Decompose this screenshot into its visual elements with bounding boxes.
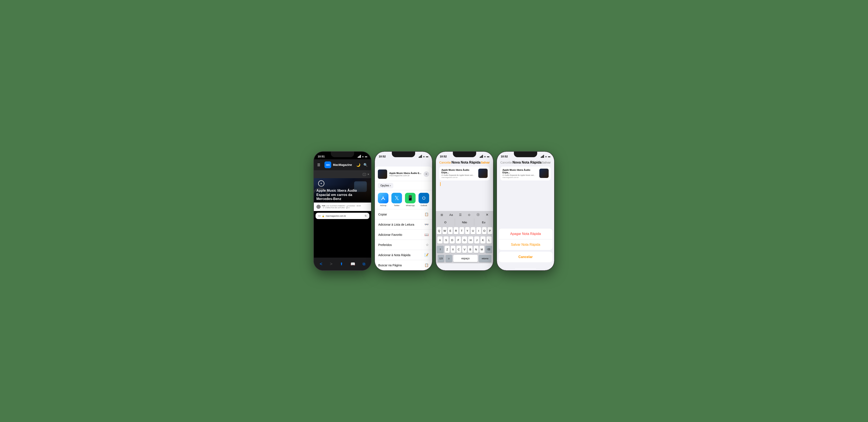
pred-word-1[interactable]: Não [455,219,474,226]
twitter-label: Twitter [394,204,400,206]
battery-2: ▬ [426,155,428,158]
key-J[interactable]: J [474,236,479,244]
quick-note-title-4: Nova Nota Rápida [513,161,541,164]
key-Y[interactable]: Y [465,227,470,234]
key-I[interactable]: I [476,227,481,234]
kb-row-3: ⇧ Z X C V B N M ⌫ [436,245,493,254]
phone-4: 10:52 ▲ ▬ Cancelar Nova Nota Rápida Salv… [497,152,554,270]
key-R[interactable]: R [454,227,458,234]
key-H[interactable]: H [468,236,473,244]
status-icons-1: ▲ ▬ [358,155,367,158]
article-meta: POR LUIZ GUSTAVO RIBEIRO · 17/10/2022 · … [314,202,371,211]
key-L[interactable]: L [487,236,492,244]
share-app-whatsapp[interactable]: 📱 WhatsApp [405,193,415,206]
key-return[interactable]: retorno [479,255,491,262]
key-Q[interactable]: Q [437,227,441,234]
action-sheet-4: Apagar Nota Rápida Salvar Nota Rápida Ca… [497,229,554,270]
delete-quick-note-button[interactable]: Apagar Nota Rápida [499,229,553,239]
signal-2 [419,155,422,158]
share-app-twitter[interactable]: 𝕏 Twitter [392,193,402,206]
key-Z[interactable]: Z [445,246,450,253]
key-P[interactable]: P [488,227,492,234]
key-emoji[interactable]: ☺ [445,255,452,262]
key-S[interactable]: S [443,236,448,244]
options-button[interactable]: Opções › [378,183,393,188]
share-menu-preferidos[interactable]: Preferidos ☆ [375,240,432,250]
notch-1 [331,152,354,157]
article-card[interactable]: ✦ Apple Music libera Áudio Espacial em c… [314,178,371,211]
ad-close-icon[interactable]: ✕ [367,173,369,176]
share-menu-copiar[interactable]: Copiar 📋 [375,209,432,220]
note-content-4: Apple Music libera Áudio Espa... O Áudio… [502,169,538,178]
camera-tool[interactable]: ⊙ [468,213,470,217]
outlook-label: Outlook [421,204,427,206]
wifi-3: ▲ [484,155,486,158]
wifi-4: ▲ [545,155,547,158]
key-123[interactable]: 123 [438,255,444,262]
key-D[interactable]: D [450,236,455,244]
save-button-4[interactable]: Salvar [542,161,551,164]
share-button[interactable]: ⬆ [340,262,343,266]
pred-word-0[interactable]: O [436,219,455,226]
key-U[interactable]: U [471,227,475,234]
format-tool[interactable]: Ⓐ [476,213,479,217]
key-T[interactable]: T [459,227,464,234]
key-backspace[interactable]: ⌫ [485,246,492,253]
forward-button[interactable]: > [330,261,333,267]
key-F[interactable]: F [456,236,461,244]
key-shift[interactable]: ⇧ [437,246,444,253]
quick-note-body-4: Apple Music libera Áudio Espa... O Áudio… [500,166,551,181]
menu-icon[interactable]: ☰ [317,163,320,167]
copiar-label: Copiar [378,213,387,216]
action-group-main: Apagar Nota Rápida Salvar Nota Rápida [499,229,553,250]
key-C[interactable]: C [457,246,461,253]
share-menu-favorite[interactable]: Adicionar Favorito 📖 [375,230,432,240]
cancel-button-3[interactable]: Cancelar [439,161,451,164]
save-quick-note-button[interactable]: Salvar Nota Rápida [499,239,553,250]
notch-2 [392,152,415,157]
dark-mode-icon[interactable]: 🌙 [356,163,361,167]
key-space[interactable]: espaço [453,255,478,262]
share-app-airdrop[interactable]: AirDrop [378,193,389,206]
back-button[interactable]: < [319,261,322,267]
keyboard-close-tool[interactable]: ✕ [486,213,489,217]
article-overlay: Apple Music libera Áudio Espacial em car… [314,184,371,202]
key-M[interactable]: M [479,246,484,253]
key-V[interactable]: V [462,246,467,253]
table-tool[interactable]: ⊞ [440,213,443,217]
key-X[interactable]: X [451,246,456,253]
key-A[interactable]: A [437,236,442,244]
save-button-3[interactable]: Salvar [481,161,490,164]
checklist-tool[interactable]: ☰ [459,213,462,217]
phone-2: 10:52 ▲ ▬ Apple Music libera Áu [375,152,432,270]
share-menu-reading-list[interactable]: Adicionar à Lista de Leitura 👓 [375,220,432,230]
options-label: Opções [380,184,389,187]
tabs-button[interactable]: ⧉ [363,262,365,266]
pred-word-2[interactable]: Eu [474,219,493,226]
share-thumb [378,169,387,179]
font-tool[interactable]: Aa [449,213,453,217]
cancel-action-button[interactable]: Cancelar [499,252,553,262]
time-3: 10:52 [440,155,447,158]
key-B[interactable]: B [468,246,472,253]
key-W[interactable]: W [442,227,447,234]
cancel-button-4[interactable]: Cancelar [500,161,512,164]
url-bar[interactable]: AA 🔒 macmagazine.com.br ↻ [315,213,369,219]
key-O[interactable]: O [482,227,487,234]
url-text: macmagazine.com.br [326,215,346,217]
key-N[interactable]: N [474,246,478,253]
note-text-area-3[interactable] [438,181,491,210]
quick-note-nav-4: Cancelar Nova Nota Rápida Salvar [497,159,554,166]
search-icon[interactable]: 🔍 [364,163,368,167]
font-size-control[interactable]: AA [318,215,321,217]
share-close-button[interactable]: ✕ [424,171,429,177]
share-app-outlook[interactable]: O Outlook [418,193,429,206]
home-indicator-4 [515,268,536,269]
key-G[interactable]: G [462,236,467,244]
key-E[interactable]: E [448,227,453,234]
key-K[interactable]: K [480,236,486,244]
nav-bar-1: ☰ mm MacMagazine 🌙 🔍 [314,159,371,170]
bookmarks-button[interactable]: 📖 [350,262,355,266]
share-menu-quick-note[interactable]: Adicionar à Nota Rápida 📝 [375,250,432,260]
refresh-icon[interactable]: ↻ [365,215,367,217]
